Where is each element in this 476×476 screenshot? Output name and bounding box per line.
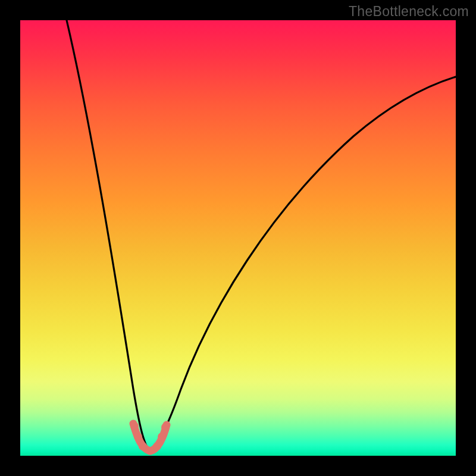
accent-bead — [158, 433, 166, 441]
accent-bead — [139, 442, 147, 450]
watermark-text: TheBottleneck.com — [349, 4, 469, 20]
accent-bead — [161, 423, 170, 431]
accent-bead — [134, 433, 142, 441]
accent-bead — [153, 442, 161, 450]
curve-right-branch — [150, 77, 456, 451]
curve-left-branch — [67, 20, 150, 451]
plot-area — [20, 20, 456, 456]
curve-layer — [20, 20, 456, 456]
accent-bead — [130, 422, 139, 430]
